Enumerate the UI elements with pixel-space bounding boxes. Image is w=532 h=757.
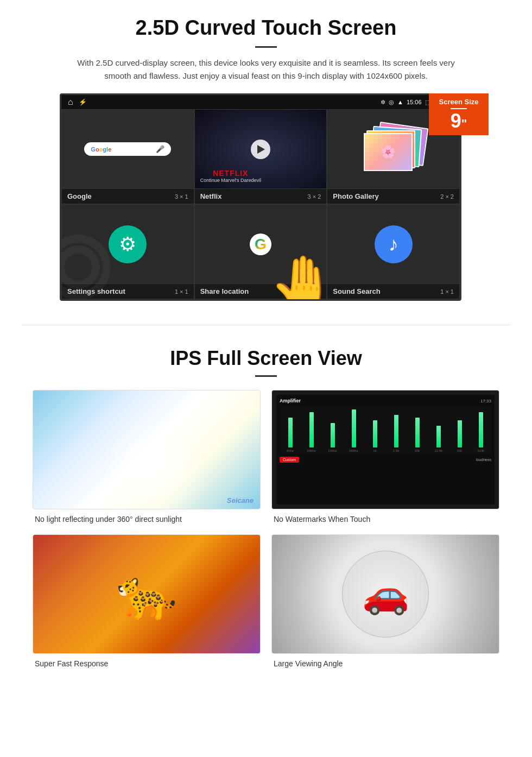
share-app-size: 1 × 1 xyxy=(308,288,321,295)
amp-time: 17:33 xyxy=(480,399,491,403)
feature-label-viewing: Large Viewing Angle xyxy=(271,659,499,668)
feature-image-amplifier: Amplifier 17:33 60hz 100hz 200hz 500hz 1… xyxy=(271,390,499,509)
usb-icon: ⚡ xyxy=(79,98,87,106)
eq-bar xyxy=(309,412,314,447)
car-body-icon: 🚗 xyxy=(362,572,409,616)
eq-bar-500hz: 500hz xyxy=(344,409,363,452)
netflix-logo-text: NETFLIX xyxy=(200,169,261,178)
google-app-cell[interactable]: Google 🎤 Google 3 × 1 xyxy=(61,109,194,204)
share-label-row: Share location 1 × 1 xyxy=(195,283,327,299)
eq-bar xyxy=(331,423,335,447)
play-button[interactable] xyxy=(251,140,270,159)
settings-app-size: 1 × 1 xyxy=(175,288,188,295)
amp-title: Amplifier xyxy=(280,398,301,403)
netflix-label: NETFLIX Continue Marvel's Daredevil xyxy=(200,169,261,183)
eq-bar-sub: SUB xyxy=(471,412,490,452)
sound-label-row: Sound Search 1 × 1 xyxy=(327,283,459,299)
amp-screen: Amplifier 17:33 60hz 100hz 200hz 500hz 1… xyxy=(276,395,495,504)
amp-bottom: Custom loudness xyxy=(280,457,491,463)
google-search-bar[interactable]: Google 🎤 xyxy=(84,142,171,156)
amp-eq-area: 60hz 100hz 200hz 500hz 1k 2.5k 10k 12.5k… xyxy=(280,406,491,455)
netflix-app-name: Netflix xyxy=(200,192,222,200)
sound-app-size: 1 × 1 xyxy=(440,288,454,295)
netflix-app-size: 3 × 2 xyxy=(308,193,321,200)
feature-label-fast: Super Fast Response xyxy=(33,659,261,668)
maps-icon-pin: G xyxy=(250,234,271,255)
eq-bar-60hz: 60hz xyxy=(281,418,300,452)
feature-no-watermark: Amplifier 17:33 60hz 100hz 200hz 500hz 1… xyxy=(271,390,499,523)
sound-search-cell[interactable]: ♪ Sound Search 1 × 1 xyxy=(327,204,460,299)
section-curved-touch: 2.5D Curved Touch Screen With 2.5D curve… xyxy=(0,0,532,314)
share-cell-inner: G 🤚 xyxy=(195,205,327,283)
google-logo: Google xyxy=(91,146,111,153)
eq-bar xyxy=(394,415,398,447)
device-wrapper: Screen Size 9" ⌂ ⚡ ✲ ◎ ▲ 15:06 ⬚ ♪ xyxy=(60,93,472,301)
eq-bar-100hz: 100hz xyxy=(302,412,321,452)
eq-bar xyxy=(458,420,462,447)
eq-bar xyxy=(288,418,293,447)
gallery-app-name: Photo Gallery xyxy=(333,192,379,200)
eq-bar-15k: 15k xyxy=(450,420,469,452)
eq-bar xyxy=(415,418,420,447)
badge-label: Screen Size xyxy=(434,98,483,106)
app-grid-row2: ⚙ Settings shortcut 1 × 1 G xyxy=(61,204,460,299)
settings-cell-inner: ⚙ xyxy=(62,205,194,283)
status-bar: ⌂ ⚡ ✲ ◎ ▲ 15:06 ⬚ ♪ ⊠ ▭ xyxy=(61,95,460,109)
feature-grid: Seicane No light reflecting under 360° d… xyxy=(33,390,499,668)
feature-image-sky: Seicane xyxy=(33,390,261,509)
netflix-app-cell[interactable]: NETFLIX Continue Marvel's Daredevil Netf… xyxy=(194,109,327,204)
feature-label-no-light: No light reflecting under 360° direct su… xyxy=(33,515,261,523)
maps-g-icon: G xyxy=(255,236,267,253)
eq-bar-200hz: 200hz xyxy=(323,423,342,452)
eq-bar-2.5k: 2.5k xyxy=(387,415,406,452)
netflix-cell-inner: NETFLIX Continue Marvel's Daredevil xyxy=(195,110,327,188)
feature-no-light: Seicane No light reflecting under 360° d… xyxy=(33,390,261,523)
status-left: ⌂ ⚡ xyxy=(68,97,87,107)
car-circle: 🚗 xyxy=(342,551,429,638)
amp-loudness: loudness xyxy=(476,458,491,462)
share-location-cell[interactable]: G 🤚 Share location 1 × 1 xyxy=(194,204,327,299)
mic-icon: 🎤 xyxy=(156,145,164,153)
badge-size: 9" xyxy=(434,111,483,131)
eq-bar xyxy=(352,409,356,447)
section-divider xyxy=(22,325,510,325)
app-grid-row1: Google 🎤 Google 3 × 1 xyxy=(61,109,460,204)
feature-fast-response: Super Fast Response xyxy=(33,534,261,668)
gallery-label-row: Photo Gallery 2 × 2 xyxy=(327,188,459,204)
sound-icon-circle: ♪ xyxy=(375,225,413,263)
netflix-label-row: Netflix 3 × 2 xyxy=(195,188,327,204)
feature-viewing-angle: 🚗 Large Viewing Angle xyxy=(271,534,499,668)
eq-bar xyxy=(373,420,377,447)
google-app-name: Google xyxy=(67,192,92,200)
wifi-icon: ▲ xyxy=(397,99,403,105)
amp-top-bar: Amplifier 17:33 xyxy=(280,398,491,403)
netflix-sub-text: Continue Marvel's Daredevil xyxy=(200,178,261,183)
photo-stack: 🌸 xyxy=(361,125,426,174)
feature-label-no-watermark: No Watermarks When Touch xyxy=(271,515,499,523)
section-ips: IPS Full Screen View Seicane No light re… xyxy=(0,336,532,684)
photo-card-main: 🌸 xyxy=(364,133,413,171)
share-app-name: Share location xyxy=(200,287,249,295)
google-cell-inner: Google 🎤 xyxy=(62,110,194,188)
eq-bar xyxy=(436,426,441,447)
eq-bar-12.5k: 12.5k xyxy=(429,426,448,452)
feature-image-cheetah xyxy=(33,534,261,654)
section2-underline xyxy=(255,375,277,377)
screen-size-badge: Screen Size 9" xyxy=(429,93,489,135)
device-screen: ⌂ ⚡ ✲ ◎ ▲ 15:06 ⬚ ♪ ⊠ ▭ xyxy=(60,93,461,301)
title-underline xyxy=(255,46,277,48)
section1-title: 2.5D Curved Touch Screen xyxy=(33,16,499,40)
google-label-row: Google 3 × 1 xyxy=(62,188,194,204)
sound-cell-inner: ♪ xyxy=(327,205,459,283)
feature-image-car: 🚗 xyxy=(271,534,499,654)
google-app-size: 3 × 1 xyxy=(175,193,188,200)
settings-app-cell[interactable]: ⚙ Settings shortcut 1 × 1 xyxy=(61,204,194,299)
home-icon[interactable]: ⌂ xyxy=(68,97,73,107)
gallery-app-size: 2 × 2 xyxy=(440,193,454,200)
badge-divider xyxy=(451,108,467,109)
eq-bar-10k: 10k xyxy=(408,418,427,452)
amp-custom-btn[interactable]: Custom xyxy=(280,457,299,463)
section1-description: With 2.5D curved-display screen, this de… xyxy=(76,56,456,83)
eq-bar xyxy=(479,412,483,447)
play-triangle xyxy=(257,145,265,154)
